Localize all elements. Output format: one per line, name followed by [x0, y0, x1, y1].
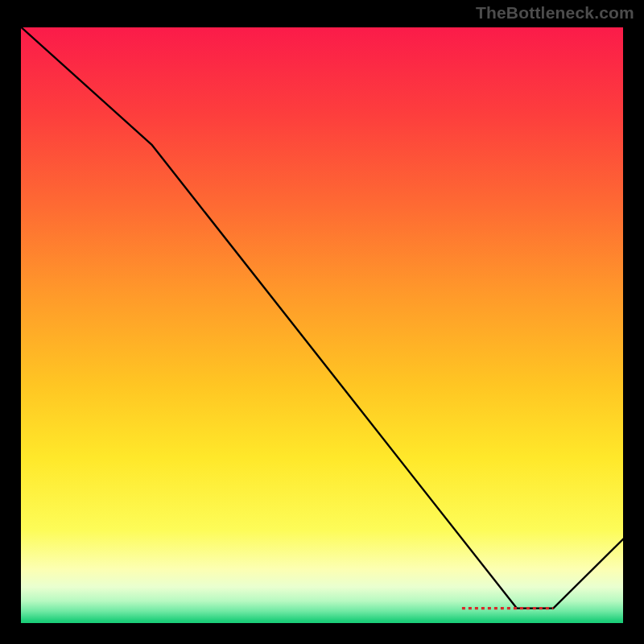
chart-stage: TheBottleneck.com — [0, 0, 644, 644]
gradient-background — [18, 24, 626, 626]
chart-plot — [18, 24, 626, 626]
watermark: TheBottleneck.com — [476, 3, 634, 23]
